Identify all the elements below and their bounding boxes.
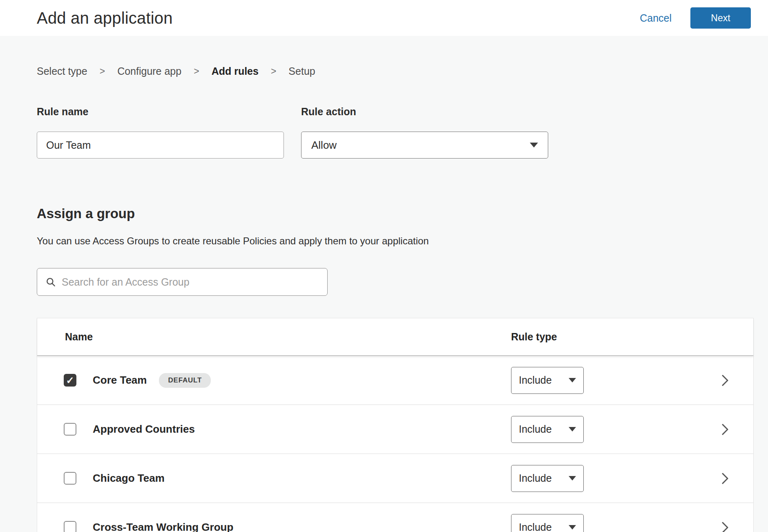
cancel-button[interactable]: Cancel (640, 12, 672, 24)
table-row: Cross-Team Working Group Include (37, 503, 753, 532)
group-name: Core Team (93, 374, 147, 387)
access-groups-table: Name Rule type Core Team DEFAULT Include… (37, 318, 754, 532)
rule-action-field-group: Rule action Allow (301, 106, 548, 159)
breadcrumb-separator: > (271, 66, 276, 77)
chevron-right-icon[interactable] (721, 423, 730, 436)
row-checkbox[interactable] (64, 521, 76, 532)
group-name: Chicago Team (93, 472, 165, 485)
breadcrumb-separator: > (194, 66, 199, 77)
group-name: Approved Countries (93, 423, 195, 436)
step-configure-app[interactable]: Configure app (117, 65, 181, 77)
chevron-down-icon (569, 378, 576, 382)
table-row: Approved Countries Include (37, 405, 753, 454)
chevron-down-icon (569, 525, 576, 530)
assign-group-description: You can use Access Groups to create reus… (37, 235, 754, 247)
chevron-down-icon (569, 476, 576, 481)
rule-type-select[interactable]: Include (511, 514, 584, 532)
row-checkbox[interactable] (64, 472, 76, 485)
rule-type-value: Include (519, 472, 552, 484)
rule-action-select[interactable]: Allow (301, 132, 548, 159)
column-header-name: Name (37, 331, 93, 343)
breadcrumb: Select type > Configure app > Add rules … (37, 65, 754, 77)
step-setup[interactable]: Setup (288, 65, 315, 77)
step-select-type[interactable]: Select type (37, 65, 87, 77)
rule-name-label: Rule name (37, 106, 284, 118)
rule-type-select[interactable]: Include (511, 465, 584, 492)
column-header-rule-type: Rule type (511, 331, 557, 343)
rule-type-select[interactable]: Include (511, 416, 584, 443)
chevron-right-icon[interactable] (721, 521, 730, 532)
table-row: Core Team DEFAULT Include (37, 356, 753, 405)
page-header: Add an application Cancel Next (0, 0, 768, 36)
rule-type-value: Include (519, 423, 552, 435)
search-input[interactable] (62, 276, 319, 288)
row-checkbox[interactable] (64, 374, 76, 387)
chevron-down-icon (530, 143, 538, 148)
rule-type-select[interactable]: Include (511, 367, 584, 394)
rule-type-value: Include (519, 521, 552, 532)
page-content: Select type > Configure app > Add rules … (0, 65, 768, 532)
group-name: Cross-Team Working Group (93, 521, 233, 532)
rule-type-value: Include (519, 374, 552, 386)
default-badge: DEFAULT (159, 373, 211, 388)
assign-group-heading: Assign a group (37, 206, 754, 221)
search-icon (45, 277, 56, 287)
page-title: Add an application (37, 9, 173, 27)
access-group-search[interactable] (37, 268, 328, 296)
breadcrumb-separator: > (100, 66, 105, 77)
rule-form: Rule name Rule action Allow (37, 106, 754, 159)
rule-name-input[interactable] (37, 132, 284, 159)
chevron-right-icon[interactable] (721, 472, 730, 485)
rule-name-field-group: Rule name (37, 106, 284, 159)
rule-action-label: Rule action (301, 106, 548, 118)
step-add-rules[interactable]: Add rules (212, 65, 259, 77)
next-button[interactable]: Next (690, 7, 751, 29)
chevron-right-icon[interactable] (721, 374, 730, 387)
header-actions: Cancel Next (640, 7, 751, 29)
row-checkbox[interactable] (64, 423, 76, 436)
rule-action-value: Allow (311, 139, 337, 152)
table-header-row: Name Rule type (37, 318, 753, 356)
table-row: Chicago Team Include (37, 454, 753, 503)
chevron-down-icon (569, 427, 576, 431)
